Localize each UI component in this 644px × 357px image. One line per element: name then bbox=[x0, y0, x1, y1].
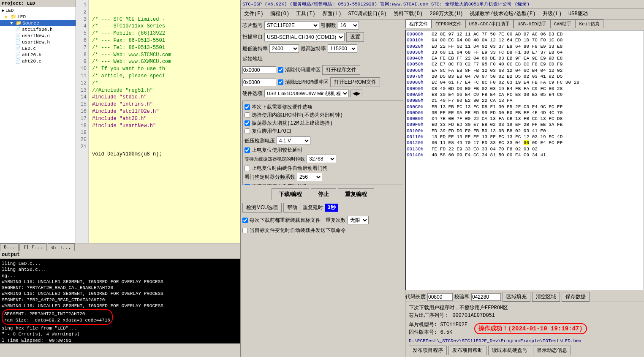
tab-find[interactable]: {} F... bbox=[19, 243, 46, 251]
firmware-label: 固件版本号: bbox=[409, 330, 437, 335]
hex-row-13: 000D0h 9B FF EE 9A FE ED 99 FD D0 E0 FB … bbox=[407, 110, 643, 116]
hardware-opts-expand[interactable]: ◀▶ bbox=[351, 90, 362, 97]
hex-bytes: 40 58 60 09 E4 CC 34 81 50 00 E4 C9 34 4… bbox=[432, 152, 643, 158]
help-button[interactable]: 帮助 bbox=[283, 203, 301, 213]
tree-item-source[interactable]: ▼ 📁 Source bbox=[0, 20, 76, 26]
checksum-label: 校验和 bbox=[454, 293, 470, 300]
hex-viewer[interactable]: 00000h 02 0E 97 12 11 AC 7F 50 7E 00 AD … bbox=[405, 30, 644, 290]
checkbox-idle-stop-input[interactable] bbox=[245, 184, 250, 185]
hex-tab-cdc[interactable]: USB-CDC/串口助手 bbox=[465, 19, 514, 28]
hex-row-5: 00050h C2 E7 8C F0 C2 F7 95 F0 40 0C E8 … bbox=[407, 61, 643, 67]
save-data-button[interactable]: 保存数据 bbox=[562, 292, 590, 302]
checkbox-auto-load-input[interactable] bbox=[242, 228, 248, 233]
tree-item-led-root[interactable]: ▶ LED bbox=[0, 7, 76, 14]
repeat-count-select[interactable]: 无限 bbox=[348, 216, 369, 224]
file-icon: 📄 bbox=[15, 58, 21, 64]
hex-addr: 00070h bbox=[407, 74, 430, 79]
re-program-button[interactable]: 重复编程 bbox=[338, 188, 374, 200]
start-addr-input[interactable] bbox=[242, 66, 276, 74]
download-button[interactable]: 下载/编程 bbox=[272, 188, 310, 200]
com-settings-button[interactable]: 设置 bbox=[346, 32, 364, 42]
checkbox-modify-hw-input[interactable] bbox=[245, 104, 250, 110]
publish-help-button[interactable]: 发布项目帮助 bbox=[448, 346, 486, 355]
hex-tab-hid[interactable]: USB-HID助手 bbox=[514, 19, 550, 28]
checkbox-reset-io-input[interactable] bbox=[245, 128, 250, 134]
menu-debug[interactable]: STC调试接口(G) bbox=[346, 9, 388, 18]
eeprom-addr-input[interactable] bbox=[242, 79, 276, 86]
tree-item-aht20-h[interactable]: 📄 aht20.h bbox=[0, 52, 76, 58]
checkbox-watchdog-input[interactable] bbox=[245, 166, 250, 171]
hex-addr: 000A0h bbox=[407, 92, 430, 98]
menu-file[interactable]: 文件(F) bbox=[242, 9, 265, 18]
hex-row-16: 00100h ED 39 FD D0 E0 FB 50 13 0B B8 02 … bbox=[407, 128, 643, 134]
checkbox-irc-input[interactable] bbox=[245, 112, 250, 118]
menu-tools[interactable]: 工具(T) bbox=[294, 9, 317, 18]
menu-video[interactable]: 视频教学/技术论坛/选型(F) bbox=[468, 9, 537, 18]
checkbox-reload-input[interactable] bbox=[242, 218, 248, 223]
tab-build[interactable]: B... bbox=[0, 243, 19, 251]
code-content[interactable]: /* --- STC MCU Limited - /* --- STC10/11… bbox=[89, 0, 240, 243]
output-label: output bbox=[0, 251, 240, 259]
tree-item-aht20-c[interactable]: 📄 aht20.c bbox=[0, 58, 76, 64]
open-prog-button[interactable]: 打开程序文件 bbox=[322, 65, 360, 75]
hex-tab-keil[interactable]: Keil仿真 bbox=[575, 19, 603, 28]
open-eeprom-button[interactable]: 打开EEPROM文件 bbox=[330, 77, 380, 87]
tree-item-stc11f02e[interactable]: 📄 stc11f02e.h bbox=[0, 26, 76, 33]
low-voltage-select[interactable]: 4.1 V bbox=[277, 136, 310, 145]
checkbox-osc-amp-input[interactable] bbox=[245, 120, 250, 126]
min-baud-select[interactable]: 2400 bbox=[269, 44, 299, 53]
output-highlighted-text: SEGMENT: ?PR?AHT20_INIT?AHT20 ram Size: … bbox=[4, 311, 110, 323]
fill-region-button[interactable]: 区域填充 bbox=[503, 292, 530, 302]
show-dynamic-button[interactable]: 显示动态信息 bbox=[533, 346, 571, 355]
menu-upgrade[interactable]: 升级(L) bbox=[541, 9, 564, 18]
menu-prize[interactable]: 200万大奖(U) bbox=[428, 9, 465, 18]
tree-item-label: LED bbox=[5, 8, 14, 13]
clear-eeprom-checkbox[interactable] bbox=[278, 79, 283, 85]
chip-type-select[interactable]: STC11F02E bbox=[264, 21, 319, 30]
hex-addr: 000C0h bbox=[407, 104, 430, 110]
tree-item-led-c[interactable]: 📄 LED.c bbox=[0, 45, 76, 52]
detect-mcu-button[interactable]: 检测MCU选项 bbox=[242, 203, 282, 213]
watchdog-div-select[interactable]: 256 bbox=[297, 173, 322, 181]
checkbox-reload-label: 每次下载前都重新装载目标文件 bbox=[250, 217, 321, 224]
checkbox-irc: 选择使用内部IRC时钟(不选为外部时钟) bbox=[245, 112, 401, 119]
stc-header: STC-ISP (V6.92K) (服务电话/销售电话: 0513-550129… bbox=[241, 0, 644, 8]
success-status: 操作成功！(2024-01-10 19:19:47) bbox=[474, 323, 587, 334]
hex-bytes: 20 D5 B3 E8 04 70 07 50 02 B2 D5 02 03 4… bbox=[432, 74, 643, 79]
com-port-select[interactable]: USB-SERIAL CH340 (COM13) bbox=[264, 33, 345, 41]
tree-item-usartnew-c[interactable]: 📄 usartNew.c bbox=[0, 33, 76, 39]
hex-bytes: ED 39 FD D0 E0 FB 50 13 0B B8 02 03 41 E… bbox=[432, 128, 643, 134]
tree-item-led[interactable]: ▶ 📁 LED bbox=[0, 14, 76, 20]
status-success-text: 操作成功！(2024-01-10 19:19:47) bbox=[474, 323, 587, 334]
menu-edit[interactable]: 编程(O) bbox=[269, 9, 291, 18]
hex-addr: 00060h bbox=[407, 68, 430, 74]
clear-region-button[interactable]: 清空区域 bbox=[532, 292, 560, 302]
max-baud-select[interactable]: 115200 bbox=[328, 44, 357, 53]
menu-interface[interactable]: 界面(L) bbox=[321, 9, 343, 18]
code-length-input[interactable] bbox=[427, 293, 453, 301]
tab-template[interactable]: 0₄ T... bbox=[48, 243, 75, 251]
pin-count-select[interactable]: 16 bbox=[338, 21, 359, 30]
checkbox-idle-stop-label: 空闲状态停止看门狗计数 bbox=[252, 183, 307, 185]
publish-program-button[interactable]: 发布项目程序 bbox=[409, 346, 447, 355]
wait-cycles-select[interactable]: 32768 bbox=[307, 155, 336, 163]
clear-code-checkbox[interactable] bbox=[278, 67, 283, 73]
hex-tab-eeprom[interactable]: EEPROM文件 bbox=[432, 19, 465, 28]
read-hdd-button[interactable]: 读取本机硬盘号 bbox=[488, 346, 531, 355]
checksum-input[interactable] bbox=[471, 293, 501, 301]
hex-bytes: 08 40 0D D0 E0 FB 02 03 19 E4 FB FA C9 F… bbox=[432, 86, 643, 92]
checkbox-power-reset-input[interactable] bbox=[245, 147, 250, 153]
tree-item-usartnew-h[interactable]: 📄 usartNew.h bbox=[0, 39, 76, 45]
hex-addr: 00020h bbox=[407, 44, 430, 49]
hex-addr: 000B0h bbox=[407, 98, 430, 104]
stop-button[interactable]: 停止 bbox=[311, 188, 336, 200]
hex-tab-can[interactable]: CAN助手 bbox=[550, 19, 576, 28]
menu-download[interactable]: 资料下载(D) bbox=[392, 9, 425, 18]
filepath-row: D:\PCBTest\_STCDev\STC11F02E_Dev\Program… bbox=[409, 338, 641, 344]
hex-tab-program[interactable]: 程序文件 bbox=[405, 19, 432, 28]
stc-menu: 文件(F) 编程(O) 工具(T) 界面(L) STC调试接口(G) 资料下载(… bbox=[241, 8, 644, 19]
hex-row-12: 000C0h EB 13 FB EC 13 FC D8 F1 30 F5 2F … bbox=[407, 104, 643, 110]
menu-usb[interactable]: USB驱动 bbox=[567, 9, 590, 18]
chip-type-row: 芯片型号 STC11F02E 引脚数 16 bbox=[242, 21, 403, 30]
hardware-opts-select[interactable]: USB-Link1D/U8W/U8W-Mini脱机 程序加 bbox=[264, 90, 349, 97]
